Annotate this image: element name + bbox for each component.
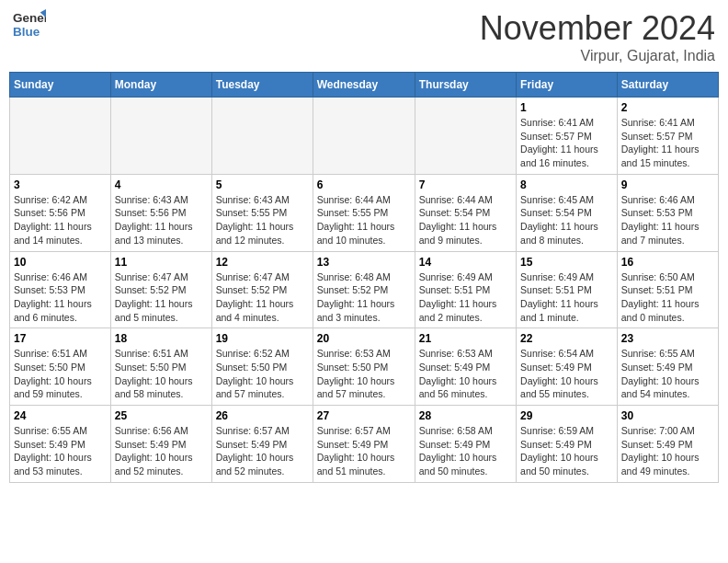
day-number: 11: [115, 256, 208, 269]
calendar-cell: 9Sunrise: 6:46 AM Sunset: 5:53 PM Daylig…: [617, 174, 718, 251]
calendar-cell: 10Sunrise: 6:46 AM Sunset: 5:53 PM Dayli…: [10, 251, 111, 328]
day-number: 17: [14, 332, 107, 345]
day-number: 28: [419, 409, 512, 422]
day-number: 23: [621, 332, 714, 345]
calendar-cell: 16Sunrise: 6:50 AM Sunset: 5:51 PM Dayli…: [617, 251, 718, 328]
day-number: 25: [115, 409, 208, 422]
day-info: Sunrise: 6:47 AM Sunset: 5:52 PM Dayligh…: [216, 270, 309, 325]
day-of-week-header: Thursday: [415, 73, 516, 98]
day-info: Sunrise: 6:59 AM Sunset: 5:49 PM Dayligh…: [520, 424, 613, 478]
calendar-cell: 5Sunrise: 6:43 AM Sunset: 5:55 PM Daylig…: [211, 174, 313, 251]
calendar-cell: 21Sunrise: 6:53 AM Sunset: 5:49 PM Dayli…: [415, 328, 516, 406]
day-number: 1: [520, 101, 613, 114]
day-number: 3: [14, 178, 107, 191]
calendar-cell: 4Sunrise: 6:43 AM Sunset: 5:56 PM Daylig…: [110, 174, 211, 251]
day-number: 14: [419, 256, 512, 269]
calendar-cell: 25Sunrise: 6:56 AM Sunset: 5:49 PM Dayli…: [110, 406, 211, 483]
day-info: Sunrise: 6:43 AM Sunset: 5:56 PM Dayligh…: [115, 193, 208, 247]
day-info: Sunrise: 6:44 AM Sunset: 5:54 PM Dayligh…: [419, 193, 512, 247]
calendar-cell: 23Sunrise: 6:55 AM Sunset: 5:49 PM Dayli…: [617, 328, 718, 406]
day-info: Sunrise: 6:52 AM Sunset: 5:50 PM Dayligh…: [216, 347, 309, 401]
calendar-cell: [313, 98, 415, 175]
day-info: Sunrise: 6:51 AM Sunset: 5:50 PM Dayligh…: [14, 347, 107, 401]
calendar-cell: 18Sunrise: 6:51 AM Sunset: 5:50 PM Dayli…: [110, 328, 211, 406]
calendar-cell: 26Sunrise: 6:57 AM Sunset: 5:49 PM Dayli…: [211, 406, 313, 483]
calendar-cell: 14Sunrise: 6:49 AM Sunset: 5:51 PM Dayli…: [415, 251, 516, 328]
day-info: Sunrise: 6:54 AM Sunset: 5:49 PM Dayligh…: [520, 347, 613, 401]
day-number: 5: [216, 178, 309, 191]
calendar-week-row: 10Sunrise: 6:46 AM Sunset: 5:53 PM Dayli…: [10, 251, 719, 328]
day-info: Sunrise: 7:00 AM Sunset: 5:49 PM Dayligh…: [621, 424, 714, 478]
day-number: 19: [216, 332, 309, 345]
svg-text:Blue: Blue: [13, 25, 40, 39]
day-number: 20: [317, 332, 411, 345]
day-number: 18: [115, 332, 208, 345]
svg-text:General: General: [13, 11, 46, 25]
calendar-cell: 29Sunrise: 6:59 AM Sunset: 5:49 PM Dayli…: [517, 406, 618, 483]
location: Virpur, Gujarat, India: [480, 48, 715, 64]
calendar-cell: 11Sunrise: 6:47 AM Sunset: 5:52 PM Dayli…: [110, 251, 211, 328]
day-number: 12: [216, 256, 309, 269]
day-number: 2: [621, 101, 714, 114]
day-number: 13: [317, 256, 411, 269]
day-info: Sunrise: 6:41 AM Sunset: 5:57 PM Dayligh…: [520, 116, 613, 170]
calendar-week-row: 24Sunrise: 6:55 AM Sunset: 5:49 PM Dayli…: [10, 406, 719, 483]
day-info: Sunrise: 6:58 AM Sunset: 5:49 PM Dayligh…: [419, 424, 512, 478]
logo: General Blue: [13, 9, 50, 42]
calendar-cell: [10, 98, 111, 175]
calendar-table: SundayMondayTuesdayWednesdayThursdayFrid…: [9, 72, 719, 483]
day-info: Sunrise: 6:42 AM Sunset: 5:56 PM Dayligh…: [14, 193, 107, 247]
day-number: 22: [520, 332, 613, 345]
calendar-cell: 24Sunrise: 6:55 AM Sunset: 5:49 PM Dayli…: [10, 406, 111, 483]
calendar-cell: 17Sunrise: 6:51 AM Sunset: 5:50 PM Dayli…: [10, 328, 111, 406]
day-info: Sunrise: 6:51 AM Sunset: 5:50 PM Dayligh…: [115, 347, 208, 401]
day-info: Sunrise: 6:53 AM Sunset: 5:50 PM Dayligh…: [317, 347, 411, 401]
calendar-cell: 8Sunrise: 6:45 AM Sunset: 5:54 PM Daylig…: [517, 174, 618, 251]
day-number: 21: [419, 332, 512, 345]
day-number: 27: [317, 409, 411, 422]
calendar-cell: 6Sunrise: 6:44 AM Sunset: 5:55 PM Daylig…: [313, 174, 415, 251]
day-info: Sunrise: 6:55 AM Sunset: 5:49 PM Dayligh…: [621, 347, 714, 401]
day-number: 7: [419, 178, 512, 191]
day-of-week-header: Monday: [110, 73, 211, 98]
calendar-header-row: SundayMondayTuesdayWednesdayThursdayFrid…: [10, 73, 719, 98]
calendar-week-row: 3Sunrise: 6:42 AM Sunset: 5:56 PM Daylig…: [10, 174, 719, 251]
day-number: 15: [520, 256, 613, 269]
calendar-cell: [110, 98, 211, 175]
day-of-week-header: Friday: [517, 73, 618, 98]
day-of-week-header: Saturday: [617, 73, 718, 98]
day-of-week-header: Tuesday: [211, 73, 313, 98]
day-info: Sunrise: 6:53 AM Sunset: 5:49 PM Dayligh…: [419, 347, 512, 401]
day-info: Sunrise: 6:41 AM Sunset: 5:57 PM Dayligh…: [621, 116, 714, 170]
calendar-cell: 1Sunrise: 6:41 AM Sunset: 5:57 PM Daylig…: [517, 98, 618, 175]
day-number: 30: [621, 409, 714, 422]
day-number: 6: [317, 178, 411, 191]
day-info: Sunrise: 6:49 AM Sunset: 5:51 PM Dayligh…: [520, 270, 613, 325]
calendar-week-row: 17Sunrise: 6:51 AM Sunset: 5:50 PM Dayli…: [10, 328, 719, 406]
calendar-cell: 2Sunrise: 6:41 AM Sunset: 5:57 PM Daylig…: [617, 98, 718, 175]
day-info: Sunrise: 6:43 AM Sunset: 5:55 PM Dayligh…: [216, 193, 309, 247]
day-of-week-header: Sunday: [10, 73, 111, 98]
calendar-cell: [415, 98, 516, 175]
month-title: November 2024: [480, 9, 715, 48]
day-of-week-header: Wednesday: [313, 73, 415, 98]
day-info: Sunrise: 6:56 AM Sunset: 5:49 PM Dayligh…: [115, 424, 208, 478]
day-number: 4: [115, 178, 208, 191]
day-number: 8: [520, 178, 613, 191]
day-number: 26: [216, 409, 309, 422]
day-number: 24: [14, 409, 107, 422]
day-info: Sunrise: 6:46 AM Sunset: 5:53 PM Dayligh…: [14, 270, 107, 325]
calendar-cell: 27Sunrise: 6:57 AM Sunset: 5:49 PM Dayli…: [313, 406, 415, 483]
day-number: 10: [14, 256, 107, 269]
page-header: General Blue November 2024 Virpur, Gujar…: [9, 9, 719, 64]
day-info: Sunrise: 6:45 AM Sunset: 5:54 PM Dayligh…: [520, 193, 613, 247]
day-info: Sunrise: 6:49 AM Sunset: 5:51 PM Dayligh…: [419, 270, 512, 325]
day-number: 9: [621, 178, 714, 191]
calendar-cell: 12Sunrise: 6:47 AM Sunset: 5:52 PM Dayli…: [211, 251, 313, 328]
title-block: November 2024 Virpur, Gujarat, India: [480, 9, 715, 64]
day-info: Sunrise: 6:50 AM Sunset: 5:51 PM Dayligh…: [621, 270, 714, 325]
calendar-cell: 7Sunrise: 6:44 AM Sunset: 5:54 PM Daylig…: [415, 174, 516, 251]
logo-icon: General Blue: [13, 9, 46, 42]
calendar-cell: 15Sunrise: 6:49 AM Sunset: 5:51 PM Dayli…: [517, 251, 618, 328]
calendar-week-row: 1Sunrise: 6:41 AM Sunset: 5:57 PM Daylig…: [10, 98, 719, 175]
